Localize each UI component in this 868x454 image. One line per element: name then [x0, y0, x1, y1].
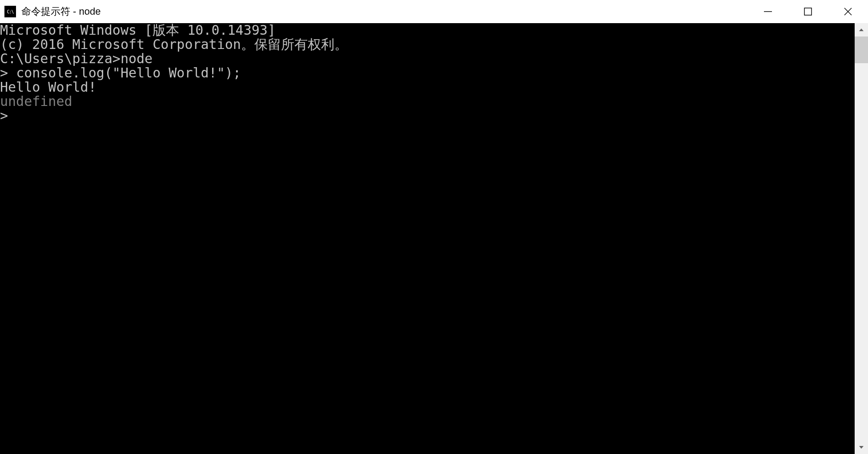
terminal-output[interactable]: Microsoft Windows [版本 10.0.14393] (c) 20… [0, 23, 855, 454]
maximize-button[interactable] [788, 0, 828, 23]
close-button[interactable] [828, 0, 868, 23]
command-prompt-window: C:\ 命令提示符 - node Microso [0, 0, 868, 454]
titlebar[interactable]: C:\ 命令提示符 - node [0, 0, 868, 23]
terminal-line-copyright: (c) 2016 Microsoft Corporation。保留所有权利。 [0, 37, 855, 52]
content-area: Microsoft Windows [版本 10.0.14393] (c) 20… [0, 23, 868, 454]
terminal-line-command: > console.log("Hello World!"); [0, 66, 855, 80]
repl-command: console.log("Hello World!"); [16, 65, 241, 81]
scroll-track[interactable] [855, 36, 868, 441]
scroll-up-icon [858, 27, 864, 33]
terminal-line-version: Microsoft Windows [版本 10.0.14393] [0, 23, 855, 37]
scroll-up-button[interactable] [855, 23, 868, 36]
scroll-thumb[interactable] [855, 36, 868, 63]
svg-rect-1 [804, 8, 812, 15]
scroll-down-icon [858, 444, 864, 450]
minimize-icon [763, 7, 773, 16]
terminal-line-prompt-node: C:\Users\pizza>node [0, 52, 855, 66]
window-controls [748, 0, 868, 23]
cmd-icon: C:\ [4, 6, 16, 17]
close-icon [843, 7, 853, 16]
minimize-button[interactable] [748, 0, 788, 23]
repl-prompt-prefix: > [0, 65, 16, 81]
maximize-icon [803, 7, 813, 16]
terminal-line-output: Hello World! [0, 80, 855, 94]
window-title: 命令提示符 - node [21, 5, 101, 18]
terminal-line-undefined: undefined [0, 94, 855, 109]
scroll-down-button[interactable] [855, 441, 868, 454]
cmd-icon-text: C:\ [7, 9, 13, 14]
vertical-scrollbar[interactable] [855, 23, 868, 454]
terminal-line-cursor: > [0, 109, 855, 123]
